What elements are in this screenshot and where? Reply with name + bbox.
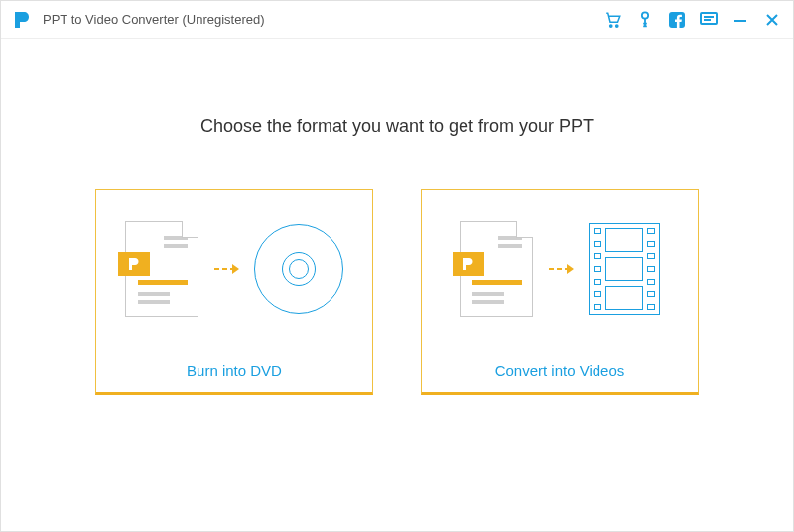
- arrow-icon: [212, 261, 240, 277]
- cart-icon[interactable]: [604, 11, 622, 29]
- menu-icon[interactable]: [700, 11, 718, 29]
- minimize-button[interactable]: [731, 11, 749, 29]
- svg-point-1: [616, 24, 618, 26]
- window-title: PPT to Video Converter (Unregistered): [43, 12, 265, 27]
- svg-point-0: [610, 24, 612, 26]
- svg-rect-5: [734, 20, 746, 22]
- disc-icon: [254, 224, 343, 314]
- app-window: PPT to Video Converter (Unregistered): [0, 0, 794, 532]
- option-burn-dvd[interactable]: Burn into DVD: [95, 189, 373, 395]
- titlebar: PPT to Video Converter (Unregistered): [1, 1, 793, 39]
- arrow-icon: [547, 261, 575, 277]
- option-convert-video[interactable]: Convert into Videos: [421, 189, 699, 395]
- option-video-label: Convert into Videos: [422, 348, 698, 392]
- svg-rect-4: [701, 13, 717, 24]
- film-icon: [589, 223, 660, 315]
- main-content: Choose the format you want to get from y…: [1, 39, 793, 531]
- close-button[interactable]: [763, 11, 781, 29]
- titlebar-actions: [604, 11, 781, 29]
- ppt-doc-icon: [125, 221, 198, 317]
- dvd-illustration: [96, 190, 372, 348]
- facebook-icon[interactable]: [668, 11, 686, 29]
- video-illustration: [422, 190, 698, 348]
- ppt-doc-icon: [460, 221, 533, 317]
- key-icon[interactable]: [636, 11, 654, 29]
- svg-point-2: [642, 12, 648, 18]
- option-dvd-label: Burn into DVD: [96, 348, 372, 392]
- headline: Choose the format you want to get from y…: [200, 116, 594, 137]
- app-logo-icon: [11, 9, 33, 31]
- format-options: Burn into DVD: [95, 189, 699, 395]
